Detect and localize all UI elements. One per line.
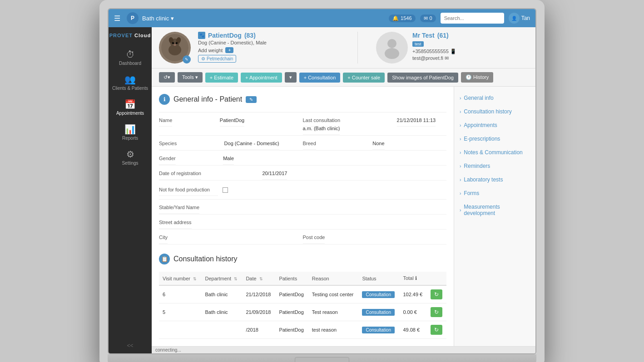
search-input[interactable] — [441, 13, 504, 24]
appointment-arrow-button[interactable]: ▾ — [285, 72, 297, 83]
dashboard-icon: ⏱ — [126, 50, 135, 59]
consultation-table: Visit number ⇅ Department ⇅ Date ⇅ Patie… — [159, 272, 446, 339]
petmedchain-button[interactable]: ⚙ Petmedchain — [198, 55, 236, 63]
row-action-button[interactable]: ↻ — [431, 289, 442, 299]
trackpad — [295, 357, 349, 362]
svg-point-6 — [176, 42, 178, 44]
info-row: Breed None — [303, 136, 447, 151]
content-area: ✎ 🐾 PatientDog (83) Dog (Canine - Domest… — [152, 27, 535, 353]
provet-logo: PROVET Cloud — [109, 33, 151, 38]
info-row — [303, 166, 447, 181]
notifications-badge[interactable]: 🔔 1546 — [389, 15, 415, 22]
main-layout: PROVET Cloud ⏱ Dashboard 👥 Clients & Pat… — [109, 27, 535, 353]
info-row: Gender Male — [159, 151, 303, 166]
table-row: 6 Bath clinic 21/12/2018 PatientDog Test… — [159, 285, 446, 303]
right-panel-reminders[interactable]: › Reminders — [454, 159, 535, 173]
clients-icon: 👥 — [124, 75, 136, 84]
edit-general-info-button[interactable]: ✎ — [246, 96, 257, 103]
chevron-icon: › — [460, 150, 461, 155]
general-info-grid: Name PatientDog Last consultation 21/12/… — [159, 112, 446, 245]
sidebar: PROVET Cloud ⏱ Dashboard 👥 Clients & Pat… — [109, 27, 152, 353]
right-panel-laboratory[interactable]: › Laboratory tests — [454, 173, 535, 186]
action-bar: ↺▾ Tools ▾ + Estimate + Appointment ▾ + … — [152, 68, 535, 87]
sidebar-item-clients[interactable]: 👥 Clients & Patients — [109, 70, 152, 95]
counter-sale-button[interactable]: + Counter sale — [343, 73, 385, 83]
patient-name: 🐾 PatientDog (83) — [198, 32, 350, 39]
estimate-button[interactable]: + Estimate — [205, 73, 238, 83]
appointments-icon: 📅 — [124, 100, 136, 109]
svg-point-5 — [172, 42, 174, 44]
right-panel-consultation-history[interactable]: › Consultation history — [454, 105, 535, 118]
info-row: Street address — [159, 215, 303, 230]
show-images-button[interactable]: Show images of PatientDog — [387, 73, 458, 83]
owner-info: Mr Test (61) test +358505555555 📱 test@p… — [412, 32, 456, 61]
food-production-checkbox[interactable] — [223, 187, 228, 193]
sidebar-item-dashboard[interactable]: ⏱ Dashboard — [109, 45, 152, 70]
petmedchain-icon: ⚙ — [201, 56, 205, 61]
chevron-icon: › — [460, 164, 461, 169]
chevron-icon: › — [460, 96, 461, 101]
user-menu[interactable]: 👤 Tan — [509, 13, 530, 24]
info-row: Last consultation 21/12/2018 11:13 a.m. … — [303, 113, 447, 136]
right-panel-forms[interactable]: › Forms — [454, 186, 535, 200]
col-patients: Patients — [275, 272, 308, 285]
info-row: Post code — [303, 230, 447, 245]
svg-point-9 — [385, 48, 399, 59]
add-weight-button[interactable]: + — [225, 47, 233, 53]
info-row: Species Dog (Canine - Domestic) — [159, 136, 303, 151]
top-nav: ☰ P Bath clinic ▾ 🔔 1546 ✉ 0 👤 Tan — [109, 9, 535, 27]
refresh-button[interactable]: ↺▾ — [159, 72, 175, 83]
col-visit-number[interactable]: Visit number ⇅ — [159, 272, 201, 285]
patient-info: 🐾 PatientDog (83) Dog (Canine - Domestic… — [198, 32, 350, 63]
chevron-icon: › — [460, 123, 461, 128]
col-action — [427, 272, 446, 285]
sidebar-collapse[interactable]: << — [122, 338, 138, 353]
col-total: Total ℹ — [399, 272, 426, 285]
chevron-icon: › — [460, 191, 461, 196]
consultation-history-title: 📋 Consultation history — [159, 254, 446, 264]
right-panel-general-info[interactable]: › General info — [454, 91, 535, 105]
info-row: Not for food production — [159, 181, 303, 200]
right-panel-notes[interactable]: › Notes & Communication — [454, 146, 535, 159]
messages-badge[interactable]: ✉ 0 — [420, 15, 436, 22]
info-row: City — [159, 230, 303, 245]
nav-logo: P — [127, 12, 139, 24]
envelope-icon: ✉ — [424, 15, 428, 21]
right-panel-appointments[interactable]: › Appointments — [454, 118, 535, 132]
right-panel-eprescriptions[interactable]: › E-prescriptions — [454, 132, 535, 146]
info-row — [303, 200, 447, 215]
right-panel-measurements[interactable]: › Measurements development — [454, 200, 535, 220]
general-info-section-title: ℹ General info - Patient ✎ — [159, 94, 446, 105]
reports-icon: 📊 — [124, 125, 136, 134]
photo-edit-button[interactable]: ✎ — [183, 55, 191, 64]
appointment-button[interactable]: + Appointment — [241, 73, 282, 83]
sidebar-item-reports[interactable]: 📊 Reports — [109, 120, 152, 145]
general-info-icon: ℹ — [159, 94, 170, 105]
info-row — [303, 151, 447, 166]
consultation-button[interactable]: + Consultation — [299, 73, 341, 83]
info-row: Stable/Yard Name — [159, 200, 303, 215]
col-department[interactable]: Department ⇅ — [201, 272, 242, 285]
table-row: 5 Bath clinic 21/09/2018 PatientDog Test… — [159, 303, 446, 321]
right-panel: › General info › Consultation history › … — [454, 87, 535, 346]
svg-point-8 — [387, 39, 396, 48]
table-row: /2018 PatientDog test reason Consultatio… — [159, 321, 446, 339]
tools-button[interactable]: Tools ▾ — [178, 72, 203, 83]
status-bar: connecting... — [152, 346, 535, 353]
chevron-icon: › — [460, 208, 461, 213]
history-button[interactable]: 🕐 History — [461, 72, 493, 83]
status-badge: Consultation — [362, 309, 395, 316]
patient-type-icon: 🐾 — [198, 32, 205, 39]
settings-icon: ⚙ — [126, 150, 134, 159]
sidebar-item-appointments[interactable]: 📅 Appointments — [109, 95, 152, 120]
consultation-history-section: 📋 Consultation history Visit number ⇅ De… — [159, 254, 446, 339]
clinic-name[interactable]: Bath clinic ▾ — [142, 15, 174, 22]
chevron-icon: › — [460, 137, 461, 142]
sidebar-item-settings[interactable]: ⚙ Settings — [109, 145, 152, 170]
patient-header: ✎ 🐾 PatientDog (83) Dog (Canine - Domest… — [152, 27, 535, 68]
row-action-button[interactable]: ↻ — [431, 325, 442, 335]
nav-right: 🔔 1546 ✉ 0 👤 Tan — [389, 13, 530, 24]
row-action-button[interactable]: ↻ — [431, 307, 442, 317]
col-date[interactable]: Date ⇅ — [242, 272, 275, 285]
hamburger-icon[interactable]: ☰ — [114, 14, 120, 23]
